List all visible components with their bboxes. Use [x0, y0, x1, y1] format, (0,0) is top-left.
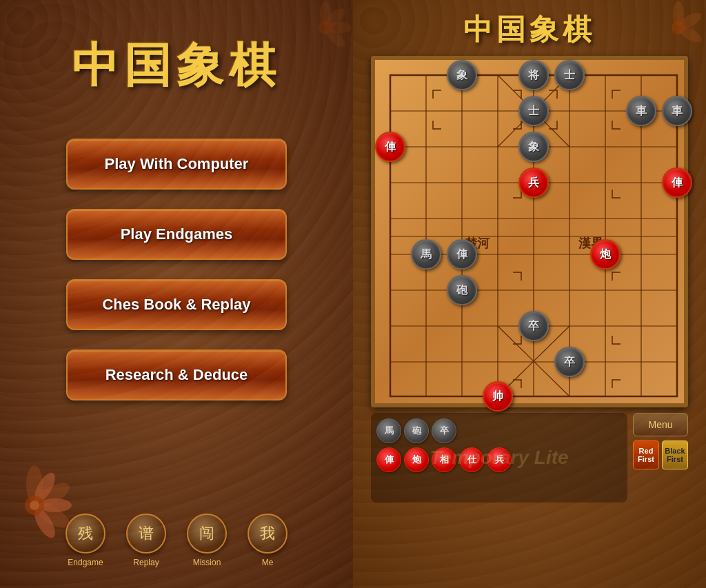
black-captured-row: 馬 砲 卒: [376, 418, 622, 443]
bottom-area: Temporary Lite 馬 砲 卒 俥 炮 相 仕 兵 Menu RedF…: [371, 413, 688, 503]
menu-buttons-container: Play With Computer Play Endgames Ches Bo…: [66, 139, 287, 401]
svg-point-0: [320, 1, 331, 26]
svg-point-1: [323, 5, 348, 30]
right-title: 中国象棋: [463, 10, 596, 49]
piece-black-che-1[interactable]: 車: [626, 96, 656, 126]
left-title: 中国象棋: [72, 34, 281, 97]
endgame-icon: 残: [65, 514, 105, 554]
captured-black-zu: 卒: [432, 418, 456, 443]
research-deduce-button[interactable]: Research & Deduce: [66, 349, 287, 401]
captured-black-pao: 砲: [404, 418, 429, 443]
nav-replay[interactable]: 谱 Replay: [126, 514, 166, 567]
play-endgames-button[interactable]: Play Endgames: [66, 209, 287, 260]
nav-endgame[interactable]: 残 Endgame: [65, 514, 105, 567]
svg-point-11: [25, 496, 44, 515]
piece-black-shi-1[interactable]: 士: [554, 60, 585, 90]
replay-icon: 谱: [126, 514, 166, 554]
chess-book-button[interactable]: Ches Book & Replay: [66, 279, 287, 330]
bottom-left-decoration: [0, 464, 76, 547]
captured-pieces-panel: Temporary Lite 馬 砲 卒 俥 炮 相 仕 兵: [371, 413, 627, 503]
top-right-decoration: [298, 0, 353, 55]
first-buttons-container: RedFirst BlackFirst: [633, 440, 688, 469]
piece-black-zu-1[interactable]: 卒: [518, 311, 549, 341]
chess-board[interactable]: .grid-line { stroke: #5a2800; stroke-wid…: [371, 56, 688, 407]
piece-black-che-2[interactable]: 車: [662, 96, 692, 126]
black-first-button[interactable]: BlackFirst: [662, 440, 688, 469]
left-panel: 中国象棋 Play With Computer Play Endgames Ch…: [0, 0, 353, 588]
mission-label: Mission: [193, 558, 221, 567]
svg-point-2: [327, 22, 352, 33]
red-first-button[interactable]: RedFirst: [633, 440, 659, 469]
captured-red-ju: 俥: [376, 447, 401, 472]
piece-black-shi-2[interactable]: 士: [518, 96, 549, 126]
right-top-decoration: [651, 0, 706, 55]
me-icon: 我: [248, 514, 288, 554]
piece-black-pao[interactable]: 砲: [447, 275, 477, 305]
svg-point-16: [672, 21, 685, 34]
piece-black-ma[interactable]: 馬: [411, 239, 441, 270]
piece-red-ju-1[interactable]: 俥: [375, 132, 405, 162]
menu-button[interactable]: Menu: [633, 413, 688, 436]
captured-black-ma: 馬: [376, 418, 401, 443]
piece-black-ju[interactable]: 俥: [447, 239, 477, 270]
endgame-label: Endgame: [68, 558, 103, 567]
watermark-text: Temporary Lite: [430, 447, 568, 469]
piece-black-xiang-1[interactable]: 象: [447, 60, 477, 90]
svg-point-3: [323, 25, 348, 50]
piece-black-zu-2[interactable]: 卒: [554, 347, 585, 377]
svg-point-10: [30, 505, 59, 541]
nav-mission[interactable]: 闯 Mission: [187, 514, 227, 567]
svg-point-12: [30, 500, 39, 510]
play-computer-button[interactable]: Play With Computer: [66, 139, 287, 190]
mission-icon: 闯: [187, 514, 227, 554]
svg-point-5: [26, 465, 43, 504]
piece-red-pao[interactable]: 炮: [590, 239, 621, 270]
nav-me[interactable]: 我 Me: [248, 514, 288, 567]
piece-black-jiang[interactable]: 将: [518, 60, 549, 90]
replay-label: Replay: [133, 558, 159, 567]
side-controls: Menu RedFirst BlackFirst: [633, 413, 688, 503]
piece-red-bing-1[interactable]: 兵: [518, 168, 549, 198]
piece-black-xiang-2[interactable]: 象: [518, 132, 549, 162]
me-label: Me: [262, 558, 274, 567]
piece-red-ju-2[interactable]: 俥: [662, 168, 692, 198]
right-panel: 中国象棋 .grid-line { stroke: #5a2800; strok…: [353, 0, 706, 588]
bottom-navigation: 残 Endgame 谱 Replay 闯 Mission 我 Me: [65, 507, 288, 567]
svg-point-4: [319, 21, 332, 34]
svg-point-8: [30, 469, 59, 505]
captured-red-pao: 炮: [404, 447, 429, 472]
piece-red-shuai[interactable]: 帅: [483, 381, 513, 412]
